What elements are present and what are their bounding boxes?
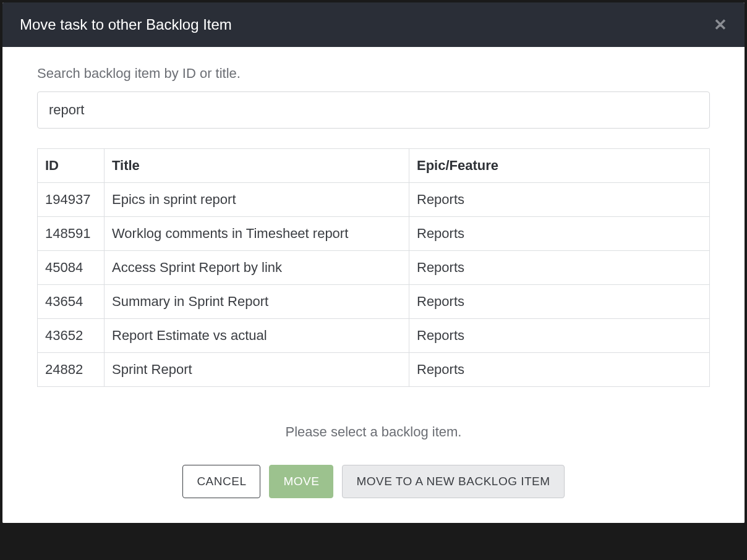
move-new-backlog-button[interactable]: MOVE TO A NEW BACKLOG ITEM [342, 465, 564, 498]
header-title: Title [105, 149, 409, 183]
cell-id: 45084 [38, 251, 105, 285]
modal-header: Move task to other Backlog Item ✕ [2, 2, 745, 47]
cell-id: 43654 [38, 285, 105, 319]
table-row[interactable]: 43652Report Estimate vs actualReports [38, 319, 710, 353]
table-row[interactable]: 43654Summary in Sprint ReportReports [38, 285, 710, 319]
move-task-modal: Move task to other Backlog Item ✕ Search… [2, 2, 745, 523]
cell-id: 148591 [38, 217, 105, 251]
hint-text: Please select a backlog item. [37, 424, 710, 440]
cell-title: Access Sprint Report by link [105, 251, 409, 285]
close-icon[interactable]: ✕ [714, 17, 727, 33]
cell-id: 43652 [38, 319, 105, 353]
table-row[interactable]: 24882Sprint ReportReports [38, 353, 710, 387]
results-table: ID Title Epic/Feature 194937Epics in spr… [37, 148, 710, 387]
header-id: ID [38, 149, 105, 183]
cell-id: 194937 [38, 183, 105, 217]
search-input[interactable] [37, 91, 710, 129]
move-button[interactable]: MOVE [269, 465, 333, 498]
cell-id: 24882 [38, 353, 105, 387]
cell-epic: Reports [409, 319, 710, 353]
cell-epic: Reports [409, 217, 710, 251]
table-row[interactable]: 194937Epics in sprint reportReports [38, 183, 710, 217]
cell-epic: Reports [409, 285, 710, 319]
table-row[interactable]: 148591Worklog comments in Timesheet repo… [38, 217, 710, 251]
table-row[interactable]: 45084Access Sprint Report by linkReports [38, 251, 710, 285]
modal-body: Search backlog item by ID or title. ID T… [2, 47, 745, 523]
cancel-button[interactable]: CANCEL [182, 465, 260, 498]
cell-epic: Reports [409, 251, 710, 285]
button-row: CANCEL MOVE MOVE TO A NEW BACKLOG ITEM [37, 465, 710, 498]
modal-title: Move task to other Backlog Item [20, 16, 232, 33]
cell-epic: Reports [409, 183, 710, 217]
cell-title: Epics in sprint report [105, 183, 409, 217]
search-label: Search backlog item by ID or title. [37, 66, 710, 82]
cell-title: Summary in Sprint Report [105, 285, 409, 319]
header-epic: Epic/Feature [409, 149, 710, 183]
cell-title: Sprint Report [105, 353, 409, 387]
cell-title: Worklog comments in Timesheet report [105, 217, 409, 251]
table-header-row: ID Title Epic/Feature [38, 149, 710, 183]
cell-title: Report Estimate vs actual [105, 319, 409, 353]
cell-epic: Reports [409, 353, 710, 387]
